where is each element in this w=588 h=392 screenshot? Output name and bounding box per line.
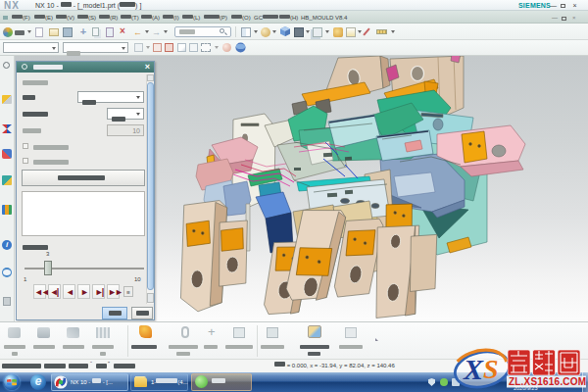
svg-text:X: X [463, 353, 484, 385]
svg-text:ZL.XS1616.COM: ZL.XS1616.COM [509, 376, 586, 387]
svg-text:S: S [483, 354, 499, 384]
